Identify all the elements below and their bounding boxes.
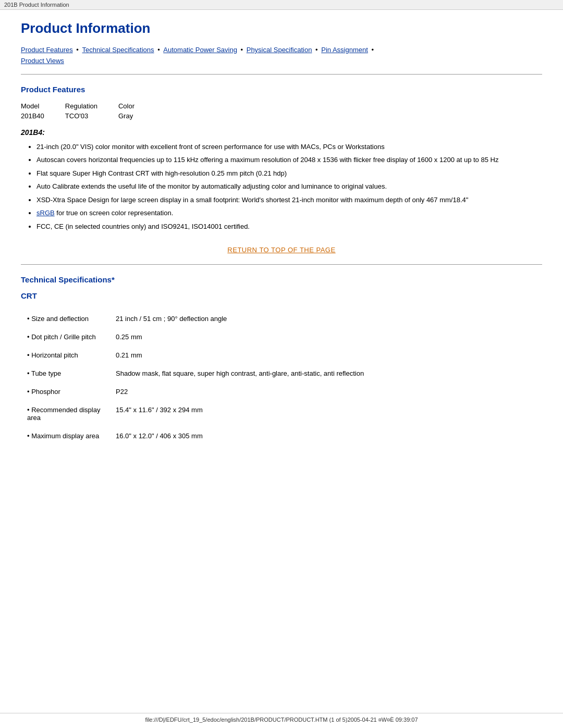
feature-col-color-header: Color xyxy=(118,101,155,111)
page-footer: file:///D|/EDFU/crt_19_5/edoc/english/20… xyxy=(0,713,563,723)
spec-row-tube-type: • Tube type Shadow mask, flat square, su… xyxy=(21,364,542,382)
nav-link-pin-assignment[interactable]: Pin Assignment xyxy=(321,46,368,54)
bullet-item-1: 21-inch (20.0" VIS) color monitor with e… xyxy=(36,142,542,152)
spec-value-max-area: 16.0" x 12.0" / 406 x 305 mm xyxy=(109,427,542,445)
spec-table: • Size and deflection 21 inch / 51 cm ; … xyxy=(21,310,542,445)
feature-col-color-value: Gray xyxy=(118,111,155,121)
return-to-top-container: RETURN TO TOP OF THE PAGE xyxy=(21,246,542,254)
feature-col-regulation-value: TCO'03 xyxy=(65,111,118,121)
nav-separator-5: • xyxy=(370,46,374,54)
spec-label-dot-pitch: • Dot pitch / Grille pitch xyxy=(21,328,109,346)
feature-col-model-header: Model xyxy=(21,101,65,111)
nav-links: Product Features • Technical Specificati… xyxy=(21,45,542,67)
spec-row-size: • Size and deflection 21 inch / 51 cm ; … xyxy=(21,310,542,328)
spec-label-recommended-area: • Recommended display area xyxy=(21,401,109,427)
nav-separator-1: • xyxy=(75,46,81,54)
spec-label-max-area: • Maximum display area xyxy=(21,427,109,445)
spec-value-tube-type: Shadow mask, flat square, super high con… xyxy=(109,364,542,382)
page-title: Product Information xyxy=(21,20,542,36)
spec-value-dot-pitch: 0.25 mm xyxy=(109,328,542,346)
spec-row-phosphor: • Phosphor P22 xyxy=(21,382,542,401)
spec-row-dot-pitch: • Dot pitch / Grille pitch 0.25 mm xyxy=(21,328,542,346)
feature-table-header-row: Model Regulation Color xyxy=(21,101,155,111)
footer-text: file:///D|/EDFU/crt_19_5/edoc/english/20… xyxy=(145,717,418,723)
feature-table: Model Regulation Color 201B40 TCO'03 Gra… xyxy=(21,101,155,121)
bullet-item-3: Flat square Super High Contrast CRT with… xyxy=(36,168,542,179)
browser-tab-title: 201B Product Information xyxy=(4,2,69,8)
feature-col-model-value: 201B40 xyxy=(21,111,65,121)
spec-value-horiz-pitch: 0.21 mm xyxy=(109,346,542,364)
nav-link-product-views[interactable]: Product Views xyxy=(21,57,64,65)
spec-row-recommended-area: • Recommended display area 15.4" x 11.6"… xyxy=(21,401,542,427)
spec-value-recommended-area: 15.4" x 11.6" / 392 x 294 mm xyxy=(109,401,542,427)
spec-label-horiz-pitch: • Horizontal pitch xyxy=(21,346,109,364)
nav-separator-3: • xyxy=(239,46,245,54)
nav-link-product-features[interactable]: Product Features xyxy=(21,46,73,54)
browser-title-bar: 201B Product Information xyxy=(0,0,563,10)
spec-label-size: • Size and deflection xyxy=(21,310,109,328)
model-subtitle: 201B4: xyxy=(21,128,542,137)
feature-bullet-list: 21-inch (20.0" VIS) color monitor with e… xyxy=(21,142,542,232)
bullet-item-6: sRGB for true on screen color representa… xyxy=(36,208,542,218)
return-to-top-link[interactable]: RETURN TO TOP OF THE PAGE xyxy=(227,246,335,254)
bullet-item-5: XSD-Xtra Space Design for large screen d… xyxy=(36,195,542,205)
spec-row-horiz-pitch: • Horizontal pitch 0.21 mm xyxy=(21,346,542,364)
bullet-item-7: FCC, CE (in selected countries only) and… xyxy=(36,221,542,232)
nav-separator-2: • xyxy=(156,46,162,54)
nav-separator-4: • xyxy=(313,46,320,54)
spec-value-size: 21 inch / 51 cm ; 90° deflection angle xyxy=(109,310,542,328)
nav-link-physical-spec[interactable]: Physical Specification xyxy=(247,46,312,54)
crt-subtitle: CRT xyxy=(21,291,542,300)
product-features-title: Product Features xyxy=(21,85,542,94)
spec-row-max-area: • Maximum display area 16.0" x 12.0" / 4… xyxy=(21,427,542,445)
bullet-item-4: Auto Calibrate extends the useful life o… xyxy=(36,181,542,192)
feature-col-regulation-header: Regulation xyxy=(65,101,118,111)
nav-link-tech-specs[interactable]: Technical Specifications xyxy=(82,46,154,54)
nav-link-auto-power[interactable]: Automatic Power Saving xyxy=(163,46,237,54)
spec-label-tube-type: • Tube type xyxy=(21,364,109,382)
tech-specs-title: Technical Specifications* xyxy=(21,275,542,284)
tech-specs-section: Technical Specifications* CRT • Size and… xyxy=(21,275,542,445)
spec-label-phosphor: • Phosphor xyxy=(21,382,109,401)
feature-table-data-row: 201B40 TCO'03 Gray xyxy=(21,111,155,121)
spec-value-phosphor: P22 xyxy=(109,382,542,401)
divider-1 xyxy=(21,74,542,75)
product-features-section: Product Features Model Regulation Color … xyxy=(21,85,542,254)
bullet-item-2: Autoscan covers horizontal frequencies u… xyxy=(36,155,542,165)
divider-2 xyxy=(21,264,542,265)
srgb-link[interactable]: sRGB xyxy=(36,209,55,217)
